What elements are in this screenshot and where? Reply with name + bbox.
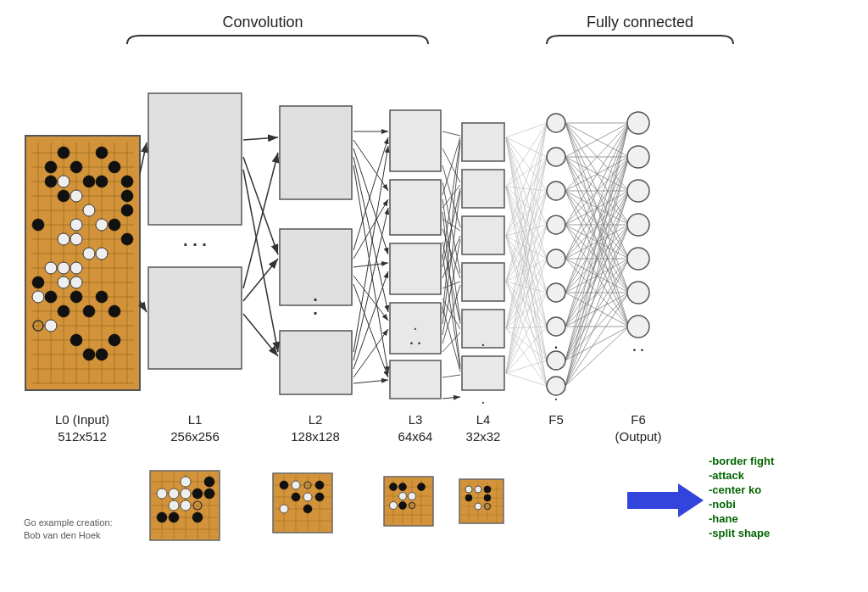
- svg-line-162: [506, 236, 547, 259]
- svg-line-239: [565, 225, 629, 327]
- svg-line-213: [565, 191, 629, 293]
- svg-point-348: [484, 486, 491, 493]
- svg-line-98: [243, 259, 278, 301]
- svg-line-114: [353, 380, 388, 383]
- svg-point-42: [45, 291, 57, 303]
- svg-point-264: [547, 351, 565, 370]
- svg-point-314: [315, 481, 324, 489]
- svg-line-230: [565, 157, 629, 293]
- svg-line-119: [442, 199, 460, 321]
- svg-line-157: [506, 187, 547, 386]
- svg-point-39: [121, 233, 133, 245]
- svg-point-312: [280, 505, 288, 513]
- label-l3: L3: [409, 412, 423, 427]
- credit-line2: Bob van den Hoek: [24, 530, 101, 540]
- svg-line-105: [353, 137, 388, 250]
- svg-line-228: [565, 259, 629, 327]
- svg-text:·: ·: [554, 340, 558, 355]
- svg-line-122: [442, 185, 460, 208]
- svg-line-183: [506, 328, 547, 360]
- svg-line-104: [353, 165, 388, 373]
- svg-line-245: [565, 191, 629, 360]
- svg-point-67: [45, 320, 57, 332]
- svg-line-156: [506, 187, 547, 360]
- svg-line-248: [565, 293, 629, 360]
- svg-point-50: [96, 349, 108, 360]
- svg-rect-87: [462, 310, 504, 348]
- svg-line-115: [442, 131, 460, 136]
- svg-point-293: [169, 512, 179, 522]
- svg-text:·: ·: [481, 396, 485, 410]
- svg-point-257: [547, 114, 565, 132]
- svg-rect-73: [280, 229, 352, 305]
- svg-line-204: [565, 157, 629, 225]
- svg-line-191: [506, 327, 547, 373]
- svg-point-58: [70, 233, 82, 245]
- svg-line-110: [353, 146, 388, 352]
- svg-point-36: [121, 190, 133, 202]
- svg-line-229: [565, 123, 629, 293]
- svg-line-102: [353, 148, 388, 254]
- svg-line-151: [506, 187, 547, 191]
- label-l2-size: 128x128: [291, 429, 340, 444]
- svg-line-171: [506, 259, 547, 282]
- svg-point-287: [169, 489, 179, 499]
- svg-rect-334: [459, 479, 504, 523]
- svg-line-169: [506, 191, 547, 282]
- svg-point-262: [547, 283, 565, 302]
- svg-line-231: [565, 191, 629, 293]
- svg-point-32: [83, 176, 95, 187]
- svg-line-236: [565, 123, 629, 327]
- svg-point-35: [121, 176, 133, 187]
- svg-line-92: [140, 142, 147, 174]
- svg-line-190: [506, 293, 547, 373]
- svg-line-181: [506, 293, 547, 328]
- svg-rect-85: [462, 216, 504, 254]
- svg-line-124: [442, 229, 460, 278]
- svg-point-47: [108, 305, 120, 317]
- label-l4-size: 32x32: [466, 429, 501, 444]
- main-diagram: Convolution Fully connected: [0, 0, 868, 592]
- svg-point-55: [96, 219, 108, 231]
- svg-point-54: [83, 204, 95, 216]
- svg-point-45: [83, 305, 95, 317]
- svg-point-33: [96, 176, 108, 187]
- svg-line-113: [353, 329, 388, 377]
- svg-line-154: [506, 187, 547, 293]
- svg-line-251: [565, 157, 629, 386]
- svg-point-298: [193, 501, 202, 510]
- svg-line-167: [506, 123, 547, 282]
- svg-point-330: [390, 502, 398, 510]
- svg-line-142: [506, 137, 547, 191]
- svg-line-209: [565, 157, 629, 191]
- output-label-6: -split shape: [709, 527, 770, 539]
- svg-line-128: [442, 188, 460, 267]
- svg-line-212: [565, 191, 629, 259]
- svg-point-331: [399, 502, 407, 510]
- svg-rect-275: [150, 471, 220, 540]
- svg-line-175: [506, 282, 547, 386]
- svg-point-62: [58, 262, 70, 274]
- svg-point-65: [70, 276, 82, 288]
- svg-point-332: [418, 483, 426, 491]
- svg-point-344: [475, 486, 481, 493]
- svg-point-271: [627, 248, 649, 270]
- svg-rect-317: [384, 477, 433, 526]
- svg-line-188: [506, 225, 547, 373]
- svg-point-288: [181, 489, 191, 499]
- svg-line-195: [565, 123, 629, 157]
- svg-point-316: [304, 482, 311, 489]
- svg-point-286: [157, 489, 167, 499]
- svg-point-61: [45, 262, 57, 274]
- svg-line-140: [506, 123, 547, 137]
- svg-line-211: [565, 191, 629, 225]
- svg-line-135: [442, 239, 460, 335]
- svg-point-270: [627, 214, 649, 236]
- svg-line-163: [506, 236, 547, 293]
- svg-line-207: [565, 157, 629, 327]
- svg-point-309: [292, 481, 300, 489]
- svg-point-265: [547, 377, 565, 395]
- svg-rect-70: [148, 267, 242, 369]
- label-l2: L2: [309, 412, 323, 427]
- svg-point-40: [32, 219, 44, 231]
